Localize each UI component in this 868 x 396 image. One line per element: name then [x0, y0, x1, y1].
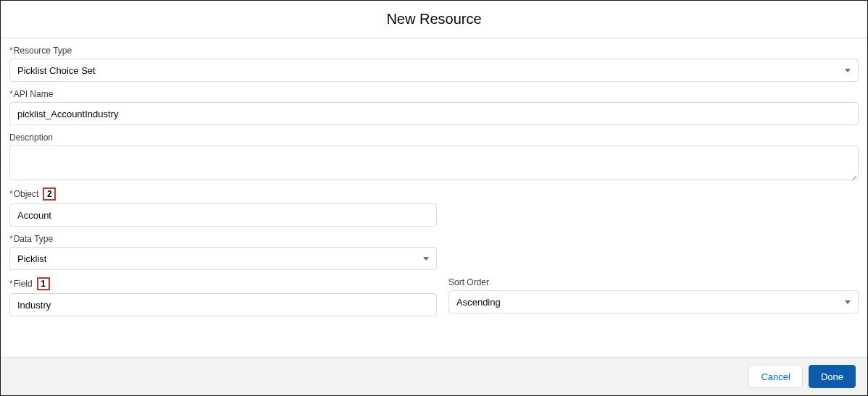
data-type-value: Picklist — [17, 253, 46, 264]
sort-order-group: Sort Order Ascending — [448, 277, 859, 316]
api-name-input[interactable]: picklist_AccountIndustry — [9, 102, 859, 125]
field-callout: 1 — [37, 277, 50, 290]
description-label: Description — [9, 132, 53, 143]
modal-title: New Resource — [1, 11, 867, 28]
modal-footer: Cancel Done — [1, 357, 867, 395]
sort-order-value: Ascending — [456, 297, 501, 308]
sort-order-label-row: Sort Order — [448, 277, 859, 287]
modal-body: *Resource Type Picklist Choice Set *API … — [1, 38, 867, 357]
field-input[interactable]: Industry — [9, 293, 437, 316]
required-asterisk: * — [9, 234, 13, 244]
data-type-select[interactable]: Picklist — [9, 247, 437, 270]
description-label-row: Description — [9, 132, 859, 143]
required-asterisk: * — [9, 46, 13, 56]
resource-type-group: *Resource Type Picklist Choice Set — [9, 46, 859, 82]
required-asterisk: * — [9, 189, 13, 199]
done-button[interactable]: Done — [809, 365, 856, 388]
data-type-group: *Data Type Picklist — [9, 234, 859, 270]
field-label: *Field — [9, 279, 33, 289]
object-input[interactable]: Account — [9, 203, 437, 227]
resize-handle-icon — [849, 171, 856, 178]
resource-type-label: *Resource Type — [9, 46, 72, 56]
resource-type-value: Picklist Choice Set — [17, 65, 96, 76]
object-label: *Object — [9, 189, 38, 199]
description-textarea[interactable] — [9, 146, 859, 180]
field-label-row: *Field 1 — [9, 277, 437, 290]
api-name-value: picklist_AccountIndustry — [17, 109, 118, 119]
api-name-group: *API Name picklist_AccountIndustry — [9, 89, 859, 125]
description-group: Description — [9, 132, 859, 180]
chevron-down-icon — [423, 257, 429, 261]
field-sort-row: *Field 1 Industry Sort Order Ascending — [9, 277, 859, 316]
chevron-down-icon — [845, 69, 851, 72]
object-group: *Object 2 Account — [9, 188, 859, 227]
field-value: Industry — [17, 300, 51, 311]
data-type-label: *Data Type — [9, 234, 53, 244]
required-asterisk: * — [9, 89, 13, 99]
object-value: Account — [17, 210, 51, 221]
sort-order-select[interactable]: Ascending — [448, 290, 859, 313]
modal-header: New Resource — [1, 1, 867, 38]
new-resource-modal: New Resource *Resource Type Picklist Cho… — [0, 0, 868, 396]
chevron-down-icon — [845, 300, 851, 304]
field-group: *Field 1 Industry — [9, 277, 437, 316]
cancel-button[interactable]: Cancel — [748, 365, 802, 388]
required-asterisk: * — [9, 279, 13, 289]
api-name-label-row: *API Name — [9, 89, 859, 99]
sort-order-label: Sort Order — [448, 277, 489, 287]
object-callout: 2 — [43, 188, 56, 201]
api-name-label: *API Name — [9, 89, 53, 99]
resource-type-label-row: *Resource Type — [9, 46, 859, 56]
data-type-label-row: *Data Type — [9, 234, 859, 244]
object-label-row: *Object 2 — [9, 188, 859, 201]
resource-type-select[interactable]: Picklist Choice Set — [9, 59, 859, 82]
